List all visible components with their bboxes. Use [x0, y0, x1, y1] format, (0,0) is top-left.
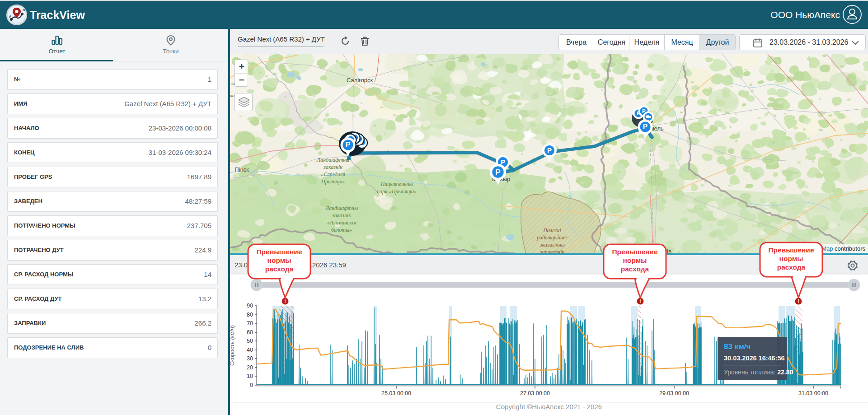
svg-text:10: 10 [247, 373, 253, 379]
svg-text:экалагічны: экалагічны [540, 242, 565, 248]
svg-text:Нацыянальны: Нацыянальны [380, 181, 413, 187]
svg-text:нормы: нормы [267, 256, 291, 264]
svg-text:заказнік: заказнік [332, 212, 351, 219]
svg-text:25.03 00:00: 25.03 00:00 [381, 390, 411, 396]
svg-text:83 км/ч: 83 км/ч [724, 342, 751, 351]
svg-text:31.03 00:00: 31.03 00:00 [798, 390, 828, 396]
svg-text:Прыпяць»: Прыпяць» [321, 178, 345, 185]
svg-text:40: 40 [247, 347, 253, 353]
svg-text:0: 0 [250, 382, 253, 388]
svg-text:Пінск: Пінск [235, 166, 249, 173]
svg-text:29.03 00:00: 29.03 00:00 [659, 390, 689, 396]
svg-text:нормы: нормы [623, 256, 647, 264]
svg-text:20: 20 [247, 364, 253, 371]
svg-text:Превышение: Превышение [256, 248, 302, 256]
svg-text:нормы: нормы [779, 255, 803, 262]
svg-text:90: 90 [247, 303, 253, 309]
svg-text:Ландшафтны: Ландшафтны [325, 205, 358, 211]
svg-text:«Альманскія: «Альманскія [327, 219, 356, 226]
svg-text:Скорость (км/ч): Скорость (км/ч) [230, 325, 235, 366]
svg-text:P: P [643, 123, 647, 131]
svg-text:расхода: расхода [265, 265, 294, 273]
svg-text:70: 70 [247, 320, 253, 326]
svg-text:парк «Прыпяцкі»: парк «Прыпяцкі» [377, 188, 417, 195]
svg-text:Превышение: Превышение [768, 246, 814, 254]
svg-text:27.03 00:00: 27.03 00:00 [520, 390, 550, 396]
svg-text:Ландшафтны: Ландшафтны [316, 157, 349, 163]
svg-text:Copyright ©НьюАпекс 2021 - 202: Copyright ©НьюАпекс 2021 - 2026 [496, 403, 602, 410]
svg-text:запаведнік: запаведнік [540, 249, 564, 253]
svg-text:Превышение: Превышение [612, 248, 657, 256]
svg-text:60: 60 [247, 329, 253, 336]
svg-text:Уровень топлива: 22.80: Уровень топлива: 22.80 [724, 368, 793, 376]
svg-text:50: 50 [247, 338, 253, 344]
svg-text:P: P [547, 146, 552, 154]
svg-text:30.03.2026 16:46:56: 30.03.2026 16:46:56 [724, 354, 785, 362]
svg-text:80: 80 [247, 312, 253, 318]
svg-text:расхода: расхода [621, 265, 649, 273]
svg-text:радыяцыйна-: радыяцыйна- [536, 234, 568, 241]
svg-text:A: A [9, 15, 11, 18]
svg-text:B: B [23, 9, 25, 12]
svg-text:заказнік: заказнік [323, 164, 343, 170]
svg-text:балоты»: балоты» [331, 227, 352, 233]
svg-text:30: 30 [247, 355, 253, 362]
svg-text:расхода: расхода [777, 263, 806, 271]
svg-text:Палескі: Палескі [543, 227, 561, 233]
svg-text:«Сярэдняя: «Сярэдняя [321, 171, 345, 177]
svg-text:Салігорск: Салігорск [347, 77, 373, 84]
svg-text:P: P [346, 141, 350, 149]
svg-text:P: P [495, 168, 500, 177]
